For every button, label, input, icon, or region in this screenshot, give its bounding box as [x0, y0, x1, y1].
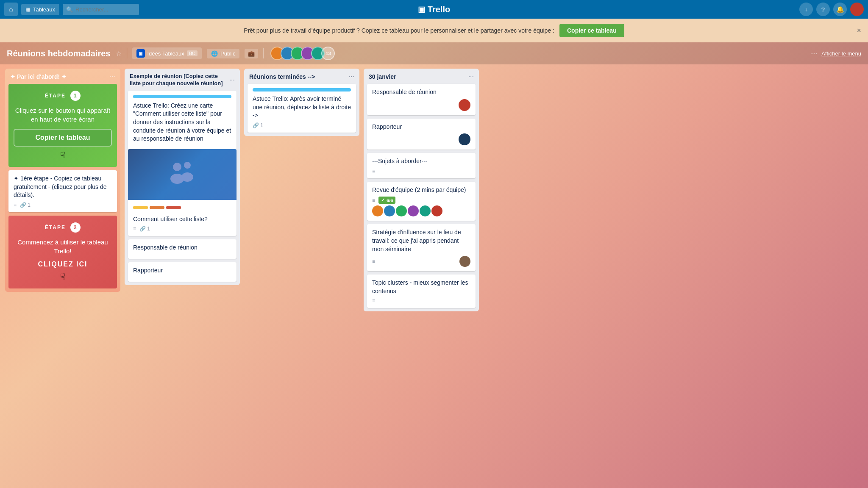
workspace-badge[interactable]: ▣ Idées Tableaux BC: [132, 47, 202, 59]
responsable-title-col2: Responsable de réunion: [133, 244, 231, 252]
responsable-card-col2[interactable]: Responsable de réunion: [128, 239, 236, 259]
hand-cursor-icon-2: ☟: [60, 272, 65, 281]
astuce-trello-title-1: Astuce Trello: Créez une carte "Comment …: [133, 102, 231, 143]
sujets-card[interactable]: ---Sujets à aborder--- ≡: [367, 153, 476, 178]
home-button[interactable]: ⌂: [4, 3, 18, 16]
etape-2-num: 2: [70, 222, 81, 233]
column-terminees: Réunions terminées --> ··· Astuce Trello…: [244, 69, 359, 136]
red-label: [166, 206, 181, 209]
column-title-1: ✦ Par ici d'abord! ✦: [10, 73, 67, 80]
description-icon-1: ≡: [14, 202, 17, 208]
boards-icon: ▦: [25, 6, 31, 13]
logo-icon: ▣: [418, 5, 425, 14]
logo-text: Trello: [428, 5, 450, 14]
search-input[interactable]: [63, 4, 139, 15]
column-menu-button-3[interactable]: ···: [349, 73, 354, 80]
revue-avatar-4: [408, 205, 419, 216]
promo-close-button[interactable]: ×: [857, 26, 861, 35]
promo-copy-button[interactable]: Copier ce tableau: [559, 24, 624, 37]
rapporteur-card-col4[interactable]: Rapporteur: [367, 119, 476, 150]
show-menu-button[interactable]: Afficher le menu: [821, 50, 861, 57]
yellow-label: [133, 206, 148, 209]
board-header: Réunions hebdomadaires ☆ ▣ Idées Tableau…: [0, 42, 868, 64]
attachment-icon-2: 🔗 1: [139, 226, 150, 232]
notification-button[interactable]: 🔔: [833, 3, 847, 16]
copy-board-button[interactable]: Copier le tableau: [14, 129, 112, 147]
rapporteur-title-col4: Rapporteur: [372, 123, 470, 131]
comment-utiliser-footer: ≡ 🔗 1: [133, 226, 231, 232]
topic-clusters-footer: ≡: [372, 298, 470, 304]
etape-2-card[interactable]: ÉTAPE 2 Commencez à utiliser le tableau …: [8, 216, 117, 288]
cliquez-ici-label: CLIQUEZ ICI: [14, 261, 112, 268]
board-star-icon[interactable]: ☆: [116, 50, 122, 58]
revue-equipe-title: Revue d'équipe (2 mins par équipe): [372, 186, 470, 194]
rapporteur-avatar: [459, 133, 470, 145]
column-30janvier: 30 janvier ··· Responsable de réunion Ra…: [364, 69, 479, 311]
blue-label: [133, 95, 231, 98]
sujets-title: ---Sujets à aborder---: [372, 157, 470, 166]
strategie-title: Stratégie d'influence sur le lieu de tra…: [372, 228, 470, 253]
workspace-code: BC: [187, 50, 198, 56]
boards-button[interactable]: ▦ Tableaux: [21, 4, 59, 15]
sujets-footer: ≡: [372, 168, 470, 174]
workspace-label: Idées Tableaux: [147, 50, 184, 57]
add-button[interactable]: +: [799, 3, 813, 16]
description-icon-3: ≡: [372, 168, 375, 174]
column-title-4: 30 janvier: [369, 73, 396, 80]
visibility-label: Public: [220, 50, 235, 57]
attachment-icon-3: 🔗 1: [253, 122, 263, 128]
revue-equipe-card[interactable]: Revue d'équipe (2 mins par équipe) ≡ ✓ 6…: [367, 182, 476, 221]
suitcase-button[interactable]: 💼: [245, 49, 258, 58]
column-header-3: Réunions terminées --> ···: [244, 69, 359, 84]
comment-utiliser-card[interactable]: Comment utiliser cette liste? ≡ 🔗 1: [128, 149, 236, 236]
revue-avatars: [372, 205, 470, 216]
promo-text: Prêt pour plus de travail d'équipe produ…: [244, 27, 554, 34]
etape-1-card[interactable]: ÉTAPE 1 Cliquez sur le bouton qui appara…: [8, 84, 117, 167]
members-count[interactable]: 13: [321, 47, 335, 60]
etape-1-detail-footer: ≡ 🔗 1: [14, 202, 112, 208]
revue-avatar-6: [431, 205, 442, 216]
column-header-1: ✦ Par ici d'abord! ✦ ···: [5, 69, 120, 84]
revue-avatar-2: [384, 205, 395, 216]
hand-cursor-icon-1: ☟: [60, 150, 65, 160]
user-avatar[interactable]: [850, 3, 864, 16]
strategie-avatar: [459, 256, 470, 267]
etape-1-detail-card[interactable]: ✦ 1ère étape - Copiez ce tableau gratuit…: [8, 170, 117, 212]
card-image: [128, 149, 236, 200]
header-right: ··· Afficher le menu: [811, 49, 861, 58]
astuce-trello-footer-2: 🔗 1: [253, 122, 351, 128]
nav-right: + ? 🔔: [799, 3, 864, 16]
attachment-icon-1: 🔗 1: [20, 202, 31, 208]
strategie-card[interactable]: Stratégie d'influence sur le lieu de tra…: [367, 224, 476, 271]
astuce-trello-card-2[interactable]: Astuce Trello: Après avoir terminé une r…: [248, 84, 356, 133]
astuce-trello-card-1[interactable]: Astuce Trello: Créez une carte "Comment …: [128, 91, 236, 150]
header-divider-2: [263, 48, 264, 58]
card-label-bar-1: [133, 95, 231, 98]
column-menu-button-4[interactable]: ···: [468, 73, 474, 80]
column-header-2: Exemple de réunion [Copiez cette liste p…: [125, 69, 240, 91]
column-par-ici: ✦ Par ici d'abord! ✦ ··· ÉTAPE 1 Cliquez…: [5, 69, 120, 292]
topic-clusters-card[interactable]: Topic clusters - mieux segmenter les con…: [367, 274, 476, 308]
orange-label: [150, 206, 164, 209]
revue-avatar-3: [396, 205, 407, 216]
header-divider: [127, 48, 127, 58]
more-options-icon[interactable]: ···: [811, 49, 817, 58]
svg-point-0: [173, 163, 181, 171]
topic-clusters-title: Topic clusters - mieux segmenter les con…: [372, 279, 470, 295]
board-content: ✦ Par ici d'abord! ✦ ··· ÉTAPE 1 Cliquez…: [0, 64, 868, 485]
etape-1-num: 1: [70, 91, 81, 101]
column-menu-button-2[interactable]: ···: [229, 76, 235, 84]
revue-equipe-footer: ≡ ✓ 6/6: [372, 197, 470, 204]
comment-utiliser-title: Comment utiliser cette liste?: [133, 215, 231, 224]
info-button[interactable]: ?: [816, 3, 830, 16]
description-icon-4: ≡: [372, 197, 375, 203]
description-icon-6: ≡: [372, 298, 375, 304]
rapporteur-card-col2[interactable]: Rapporteur: [128, 262, 236, 282]
svg-point-3: [181, 172, 193, 182]
card-label-bar-2: [133, 206, 231, 209]
column-menu-button-1[interactable]: ···: [110, 73, 115, 80]
responsable-card-col4[interactable]: Responsable de réunion: [367, 84, 476, 115]
blue-label-2: [253, 88, 351, 92]
description-icon-5: ≡: [372, 258, 375, 264]
visibility-badge[interactable]: 🌐 Public: [207, 49, 239, 58]
